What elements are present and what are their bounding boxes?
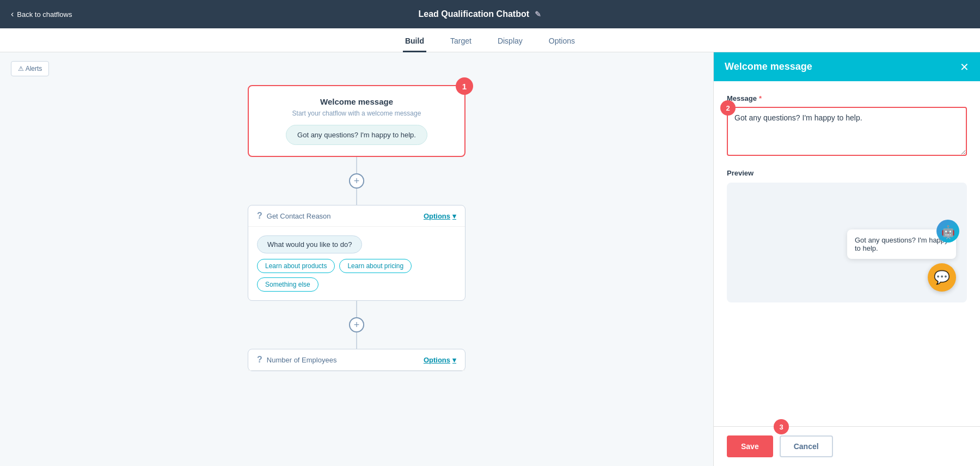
question-icon-1: ?: [257, 211, 262, 221]
contact-reason-title: Get Contact Reason: [267, 212, 331, 220]
welcome-message-bubble: Got any questions? I'm happy to help.: [286, 125, 427, 145]
tab-build[interactable]: Build: [403, 31, 426, 52]
contact-reason-body: What would you like to do? Learn about p…: [248, 227, 465, 300]
preview-label: Preview: [727, 169, 967, 177]
employees-node: ? Number of Employees Options ▾: [248, 349, 465, 371]
welcome-node-title: Welcome message: [260, 97, 454, 106]
top-navigation: ‹ Back to chatflows Lead Qualification C…: [0, 0, 980, 28]
connector-line-2: [356, 301, 357, 317]
step-badge-3: 3: [774, 419, 789, 434]
options-chevron-icon: ▾: [452, 212, 456, 220]
back-label: Back to chatflows: [17, 10, 72, 19]
preview-bubble-text: Got any questions? I'm happy to help.: [855, 236, 948, 252]
preview-bubble-close-icon[interactable]: ✕: [945, 233, 952, 241]
panel-body: Message * 2 Preview 🤖 ✕ Got any question…: [714, 81, 980, 426]
chatbot-title: Lead Qualification Chatbot: [418, 9, 529, 19]
connector-1: +: [349, 157, 364, 205]
preview-section: Preview 🤖 ✕ Got any questions? I'm happy…: [727, 169, 967, 302]
contact-reason-header-left: ? Get Contact Reason: [257, 211, 331, 221]
add-step-button-2[interactable]: +: [349, 317, 364, 332]
back-chevron-icon: ‹: [11, 9, 14, 19]
connector-2: +: [349, 301, 364, 349]
question-icon-2: ?: [257, 355, 262, 365]
panel-header: Welcome message ✕: [714, 52, 980, 81]
flow-canvas: 1 Welcome message Start your chatflow wi…: [0, 63, 713, 371]
contact-reason-node: ? Get Contact Reason Options ▾ What woul…: [248, 205, 465, 301]
employees-options-chevron-icon: ▾: [452, 356, 456, 364]
panel-footer: 3 Save Cancel: [714, 426, 980, 466]
choice-something-else[interactable]: Something else: [257, 277, 318, 292]
save-button[interactable]: Save: [727, 435, 773, 457]
chat-preview-bubble: 🤖 ✕ Got any questions? I'm happy to help…: [847, 229, 956, 259]
step-badge-1: 1: [456, 77, 473, 95]
panel-title: Welcome message: [725, 61, 812, 72]
contact-reason-header: ? Get Contact Reason Options ▾: [248, 205, 465, 227]
back-to-chatflows-button[interactable]: ‹ Back to chatflows: [11, 9, 72, 19]
options-label-1: Options: [424, 212, 450, 220]
contact-reason-options-button[interactable]: Options ▾: [424, 212, 456, 220]
right-panel: Welcome message ✕ Message * 2 Preview 🤖: [713, 52, 980, 466]
edit-title-icon[interactable]: ✎: [535, 10, 541, 19]
required-star: *: [759, 94, 762, 102]
choice-learn-products[interactable]: Learn about products: [257, 259, 335, 273]
connector-line-2b: [356, 332, 357, 349]
main-layout: ⚠ Alerts 1 Welcome message Start your ch…: [0, 52, 980, 466]
employees-options-button[interactable]: Options ▾: [424, 356, 456, 364]
preview-box: 🤖 ✕ Got any questions? I'm happy to help…: [727, 183, 967, 302]
employees-title: Number of Employees: [267, 356, 337, 364]
step-badge-2: 2: [720, 100, 736, 116]
welcome-bubble-container: Got any questions? I'm happy to help.: [260, 125, 454, 145]
panel-close-button[interactable]: ✕: [960, 62, 969, 72]
canvas-area: ⚠ Alerts 1 Welcome message Start your ch…: [0, 52, 713, 466]
welcome-node-subtitle: Start your chatflow with a welcome messa…: [260, 110, 454, 117]
welcome-message-node[interactable]: 1 Welcome message Start your chatflow wi…: [248, 85, 465, 157]
message-field-label: Message *: [727, 94, 967, 102]
alerts-button[interactable]: ⚠ Alerts: [11, 61, 49, 76]
chatbot-title-area: Lead Qualification Chatbot ✎: [72, 9, 887, 19]
contact-reason-question: What would you like to do?: [257, 235, 362, 253]
connector-line-1: [356, 157, 357, 173]
options-label-2: Options: [424, 356, 450, 364]
employees-header: ? Number of Employees Options ▾: [248, 349, 465, 371]
connector-line-1b: [356, 189, 357, 205]
tab-display[interactable]: Display: [495, 31, 525, 52]
choice-learn-pricing[interactable]: Learn about pricing: [339, 259, 412, 273]
message-input-wrapper: 2: [727, 107, 967, 158]
employees-header-left: ? Number of Employees: [257, 355, 336, 365]
message-textarea[interactable]: [727, 107, 967, 156]
tab-target[interactable]: Target: [448, 31, 474, 52]
tab-options[interactable]: Options: [547, 31, 577, 52]
add-step-button-1[interactable]: +: [349, 173, 364, 189]
choices-row: Learn about products Learn about pricing…: [257, 259, 456, 292]
tabs-bar: Build Target Display Options: [0, 28, 980, 52]
chat-widget-icon[interactable]: 💬: [928, 263, 956, 292]
cancel-button[interactable]: Cancel: [780, 435, 833, 457]
